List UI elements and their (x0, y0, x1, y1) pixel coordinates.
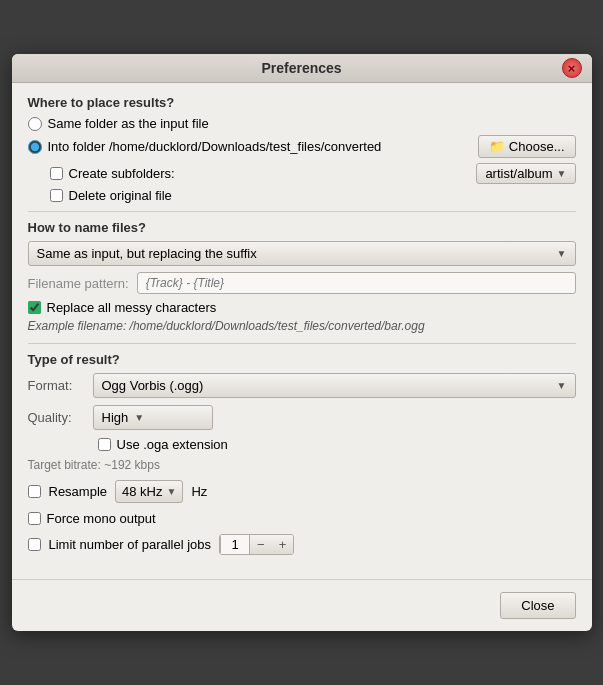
example-filename: Example filename: /home/ducklord/Downloa… (28, 319, 576, 333)
chevron-down-icon: ▼ (557, 168, 567, 179)
delete-original-row: Delete original file (28, 188, 576, 203)
filename-pattern-row: Filename pattern: (28, 272, 576, 294)
folder-icon: 📁 (489, 139, 505, 154)
oga-checkbox[interactable] (98, 438, 111, 451)
parallel-increase-button[interactable]: + (272, 535, 294, 554)
titlebar: Preferences × (12, 54, 592, 83)
force-mono-row: Force mono output (28, 511, 576, 526)
parallel-jobs-label: Limit number of parallel jobs (49, 537, 212, 552)
choose-button[interactable]: 📁 Choose... (478, 135, 576, 158)
filename-pattern-label: Filename pattern: (28, 276, 129, 291)
section-type-label: Type of result? (28, 352, 576, 367)
bitrate-text: Target bitrate: ~192 kbps (28, 458, 576, 472)
naming-dropdown[interactable]: Same as input, but replacing the suffix … (28, 241, 576, 266)
same-folder-option[interactable]: Same folder as the input file (28, 116, 576, 131)
chevron-down-icon: ▼ (557, 248, 567, 259)
divider-2 (28, 343, 576, 344)
same-folder-label: Same folder as the input file (48, 116, 209, 131)
quality-dropdown[interactable]: High ▼ (93, 405, 213, 430)
resample-row: Resample 48 kHz ▼ Hz (28, 480, 576, 503)
hz-unit: Hz (191, 484, 207, 499)
format-dropdown[interactable]: Ogg Vorbis (.ogg) ▼ (93, 373, 576, 398)
into-folder-row: Into folder /home/ducklord/Downloads/tes… (28, 135, 576, 158)
into-folder-radio[interactable] (28, 140, 42, 154)
chevron-down-icon: ▼ (557, 380, 567, 391)
parallel-value: 1 (220, 535, 250, 554)
dialog-content: Where to place results? Same folder as t… (12, 83, 592, 579)
hz-dropdown[interactable]: 48 kHz ▼ (115, 480, 183, 503)
section-results-label: Where to place results? (28, 95, 576, 110)
parallel-jobs-row: Limit number of parallel jobs 1 − + (28, 534, 576, 555)
parallel-jobs-checkbox[interactable] (28, 538, 41, 551)
subfolder-left: Create subfolders: (50, 166, 175, 181)
oga-row: Use .oga extension (28, 437, 576, 452)
replace-messy-label: Replace all messy characters (47, 300, 217, 315)
parallel-number-control: 1 − + (219, 534, 294, 555)
same-folder-radio[interactable] (28, 117, 42, 131)
chevron-down-icon: ▼ (167, 486, 177, 497)
dialog-title: Preferences (261, 60, 341, 76)
resample-checkbox[interactable] (28, 485, 41, 498)
replace-messy-row: Replace all messy characters (28, 300, 576, 315)
force-mono-checkbox[interactable] (28, 512, 41, 525)
quality-row: Quality: High ▼ (28, 405, 576, 430)
section-name-label: How to name files? (28, 220, 576, 235)
into-folder-label: Into folder /home/ducklord/Downloads/tes… (48, 139, 382, 154)
replace-messy-checkbox[interactable] (28, 301, 41, 314)
oga-label: Use .oga extension (117, 437, 228, 452)
create-subfolders-label: Create subfolders: (69, 166, 175, 181)
delete-original-label: Delete original file (69, 188, 172, 203)
preferences-dialog: Preferences × Where to place results? Sa… (12, 54, 592, 631)
format-label: Format: (28, 378, 83, 393)
delete-original-checkbox[interactable] (50, 189, 63, 202)
resample-label: Resample (49, 484, 108, 499)
chevron-down-icon: ▼ (134, 412, 144, 423)
dialog-footer: Close (12, 579, 592, 631)
force-mono-label: Force mono output (47, 511, 156, 526)
divider-1 (28, 211, 576, 212)
into-folder-left: Into folder /home/ducklord/Downloads/tes… (28, 139, 478, 154)
subfolder-row: Create subfolders: artist/album ▼ (28, 163, 576, 184)
close-button[interactable]: Close (500, 592, 575, 619)
parallel-decrease-button[interactable]: − (250, 535, 272, 554)
close-icon[interactable]: × (562, 58, 582, 78)
create-subfolders-checkbox[interactable] (50, 167, 63, 180)
subfolder-dropdown[interactable]: artist/album ▼ (476, 163, 575, 184)
format-row: Format: Ogg Vorbis (.ogg) ▼ (28, 373, 576, 398)
quality-label: Quality: (28, 410, 83, 425)
filename-pattern-input[interactable] (137, 272, 576, 294)
